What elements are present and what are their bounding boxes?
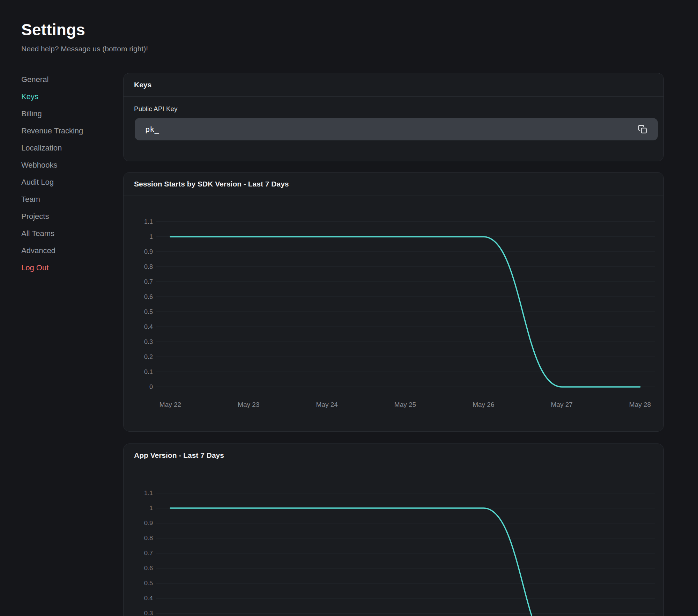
x-tick-label: May 23	[238, 401, 259, 408]
y-tick-label: 0.3	[144, 338, 153, 345]
sdk-version-chart-card: Session Starts by SDK Version - Last 7 D…	[123, 172, 664, 432]
sidebar-item-team[interactable]: Team	[21, 191, 109, 208]
y-tick-label: 0.8	[144, 263, 153, 270]
y-tick-label: 0.5	[144, 308, 153, 315]
line-chart: 1.110.90.80.70.60.50.40.30.20.10May 22Ma…	[124, 467, 664, 616]
content: Keys Public API Key pk_ Session Starts b…	[123, 73, 664, 616]
y-tick-label: 0.5	[144, 580, 153, 587]
y-tick-label: 1.1	[144, 490, 153, 497]
page-subtitle: Need help? Message us (bottom right)!	[21, 45, 148, 53]
public-api-key-field[interactable]: pk_	[135, 118, 658, 140]
sdk-version-chart-title: Session Starts by SDK Version - Last 7 D…	[124, 173, 663, 196]
sidebar-item-keys[interactable]: Keys	[21, 88, 109, 105]
sidebar-item-localization[interactable]: Localization	[21, 139, 109, 156]
copy-icon[interactable]	[638, 124, 647, 134]
line-chart: 1.110.90.80.70.60.50.40.30.20.10May 22Ma…	[124, 196, 664, 432]
sidebar-item-billing[interactable]: Billing	[21, 105, 109, 122]
y-tick-label: 0.7	[144, 278, 153, 285]
y-tick-label: 0.9	[144, 520, 153, 527]
sidebar-item-revenue-tracking[interactable]: Revenue Tracking	[21, 122, 109, 139]
x-tick-label: May 25	[394, 401, 416, 408]
keys-card: Keys Public API Key pk_	[123, 73, 664, 161]
sidebar-item-advanced[interactable]: Advanced	[21, 242, 109, 259]
y-tick-label: 0.8	[144, 535, 153, 542]
y-tick-label: 0.3	[144, 610, 153, 616]
keys-card-title: Keys	[124, 73, 663, 97]
y-tick-label: 1	[149, 233, 153, 240]
sidebar-item-audit-log[interactable]: Audit Log	[21, 174, 109, 191]
app-version-chart-title: App Version - Last 7 Days	[124, 444, 663, 467]
x-tick-label: May 28	[629, 401, 651, 408]
sidebar-item-general[interactable]: General	[21, 71, 109, 88]
x-tick-label: May 24	[316, 401, 338, 408]
x-tick-label: May 27	[551, 401, 573, 408]
page-title: Settings	[21, 20, 148, 39]
y-tick-label: 0.6	[144, 293, 153, 300]
x-tick-label: May 22	[159, 401, 181, 408]
series-line	[170, 508, 640, 616]
sidebar: GeneralKeysBillingRevenue TrackingLocali…	[21, 71, 109, 276]
page-header: Settings Need help? Message us (bottom r…	[21, 20, 148, 53]
x-tick-label: May 26	[473, 401, 494, 408]
sdk-version-chart: 1.110.90.80.70.60.50.40.30.20.10May 22Ma…	[124, 196, 664, 432]
y-tick-label: 0.6	[144, 565, 153, 572]
y-tick-label: 0.4	[144, 595, 153, 602]
y-tick-label: 0.7	[144, 550, 153, 557]
y-tick-label: 1	[149, 505, 153, 512]
app-version-chart-card: App Version - Last 7 Days 1.110.90.80.70…	[123, 443, 664, 616]
sidebar-item-all-teams[interactable]: All Teams	[21, 225, 109, 242]
y-tick-label: 0.4	[144, 323, 153, 330]
y-tick-label: 0.1	[144, 368, 153, 375]
y-tick-label: 0.9	[144, 248, 153, 255]
y-tick-label: 0	[149, 383, 153, 390]
sidebar-item-webhooks[interactable]: Webhooks	[21, 156, 109, 174]
sidebar-item-log-out[interactable]: Log Out	[21, 259, 109, 276]
app-version-chart: 1.110.90.80.70.60.50.40.30.20.10May 22Ma…	[124, 467, 664, 616]
y-tick-label: 1.1	[144, 218, 153, 225]
keys-card-body: Public API Key pk_	[124, 97, 663, 140]
sidebar-item-projects[interactable]: Projects	[21, 208, 109, 225]
y-tick-label: 0.2	[144, 353, 153, 360]
public-api-key-value: pk_	[145, 125, 159, 134]
public-api-key-label: Public API Key	[134, 105, 653, 113]
